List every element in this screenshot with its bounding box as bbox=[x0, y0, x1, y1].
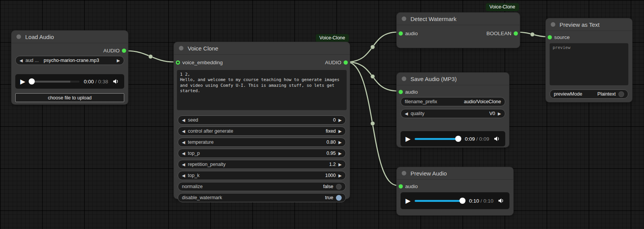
seek-slider[interactable] bbox=[29, 81, 79, 83]
input-label: audio bbox=[405, 31, 418, 36]
node-graph-canvas[interactable]: Voice-Clone Voice-Clone Load Audio AUDIO… bbox=[0, 0, 644, 229]
volume-icon[interactable] bbox=[498, 197, 504, 204]
increment-icon[interactable] bbox=[339, 174, 342, 178]
input-row-source: source bbox=[546, 32, 632, 42]
preview-textarea[interactable]: preview bbox=[550, 43, 628, 85]
output-label: BOOLEAN bbox=[487, 31, 511, 36]
node-title: Load Audio bbox=[25, 34, 54, 40]
collapse-dot-icon[interactable] bbox=[179, 46, 183, 50]
decrement-icon[interactable] bbox=[405, 112, 408, 116]
play-button-icon[interactable] bbox=[406, 136, 410, 142]
widget-repetition-penalty[interactable]: repetition_penalty 1.2 bbox=[178, 160, 346, 169]
input-port-source[interactable] bbox=[548, 35, 552, 39]
link-midpoint-dot bbox=[149, 55, 153, 59]
increment-icon[interactable] bbox=[339, 162, 342, 167]
input-label: source bbox=[554, 34, 570, 40]
increment-icon[interactable] bbox=[339, 140, 342, 145]
increment-icon[interactable] bbox=[339, 118, 342, 122]
link-detectwatermark-previewtext bbox=[517, 32, 547, 37]
node-title: Voice Clone bbox=[188, 45, 218, 52]
node-title-bar: Save Audio (MP3) bbox=[397, 73, 509, 85]
input-row-audio: audio bbox=[397, 182, 513, 191]
widget-seed[interactable]: seed 0 bbox=[178, 115, 346, 125]
input-port-audio[interactable] bbox=[399, 31, 403, 36]
audio-player: 0:00 / 0:38 bbox=[15, 74, 124, 89]
toggle-on-icon[interactable] bbox=[336, 195, 342, 201]
node-title-bar: Load Audio bbox=[11, 31, 128, 43]
collapse-dot-icon[interactable] bbox=[402, 16, 406, 21]
choose-file-button[interactable]: choose file to upload bbox=[15, 93, 124, 102]
prev-value-icon[interactable] bbox=[19, 58, 23, 63]
node-load-audio[interactable]: Load Audio AUDIO aud ... psycho-marion-c… bbox=[11, 31, 128, 104]
decrement-icon[interactable] bbox=[182, 129, 185, 133]
seek-slider[interactable] bbox=[415, 200, 465, 202]
link-loadaudio-voiceclone bbox=[127, 51, 174, 62]
audio-player: 0:10 / 0:10 bbox=[401, 192, 509, 209]
increment-icon[interactable] bbox=[339, 129, 342, 133]
widget-control-after-generate[interactable]: control after generate fixed bbox=[178, 127, 346, 136]
node-preview-audio[interactable]: Preview Audio audio 0:10 / 0:10 bbox=[397, 167, 513, 215]
decrement-icon[interactable] bbox=[182, 162, 185, 167]
seek-knob[interactable] bbox=[29, 78, 35, 84]
node-save-audio[interactable]: Save Audio (MP3) audio filename_prefix a… bbox=[397, 73, 509, 147]
text-input[interactable]: 1 2, Hello, and welcome to my course tea… bbox=[177, 70, 347, 110]
increment-icon[interactable] bbox=[339, 151, 342, 156]
node-title-bar: Preview Audio bbox=[397, 167, 513, 180]
node-title-bar: Detect Watermark bbox=[397, 13, 520, 25]
io-row: voice_embedding AUDIO bbox=[174, 58, 350, 67]
link-midpoint-dot bbox=[371, 45, 375, 49]
node-preview-as-text[interactable]: Preview as Text source preview previewMo… bbox=[546, 18, 632, 102]
input-label: voice_embedding bbox=[182, 60, 223, 65]
link-voiceclone-saveaudio bbox=[347, 62, 397, 91]
input-port-audio[interactable] bbox=[399, 90, 403, 94]
widget-disable-watermark[interactable]: disable_watermark true bbox=[178, 193, 346, 202]
input-row-audio: audio bbox=[397, 87, 509, 96]
play-button-icon[interactable] bbox=[20, 78, 25, 85]
link-midpoint-dot bbox=[530, 32, 535, 37]
next-value-icon[interactable] bbox=[117, 58, 120, 63]
seek-slider[interactable] bbox=[415, 138, 461, 140]
input-port-audio[interactable] bbox=[399, 184, 403, 188]
widget-top-k[interactable]: top_k 1000 bbox=[178, 171, 346, 180]
decrement-icon[interactable] bbox=[182, 118, 185, 122]
widget-temperature[interactable]: temperature 0.80 bbox=[178, 138, 346, 147]
audio-file-combo[interactable]: aud ... psycho-marion-crane.mp3 bbox=[15, 56, 124, 65]
increment-icon[interactable] bbox=[498, 112, 501, 116]
toggle-off-icon[interactable] bbox=[336, 184, 342, 190]
output-label: AUDIO bbox=[325, 60, 341, 65]
toggle-off-icon[interactable] bbox=[618, 91, 624, 97]
combo-label: aud ... bbox=[25, 58, 39, 63]
decrement-icon[interactable] bbox=[182, 140, 185, 145]
seek-knob[interactable] bbox=[455, 136, 461, 142]
link-voiceclone-detectwatermark bbox=[347, 32, 397, 62]
volume-icon[interactable] bbox=[112, 78, 119, 85]
input-label: audio bbox=[405, 89, 418, 95]
widget-preview-mode[interactable]: previewMode Plaintext bbox=[550, 89, 628, 99]
time-display: 0:09 / 0:09 bbox=[465, 136, 489, 142]
node-voice-clone[interactable]: Voice Clone voice_embedding AUDIO 1 2, H… bbox=[174, 42, 350, 199]
output-port-boolean[interactable] bbox=[514, 31, 518, 36]
input-label: audio bbox=[405, 184, 418, 189]
output-port-audio[interactable] bbox=[122, 49, 126, 53]
widget-top-p[interactable]: top_p 0.95 bbox=[178, 149, 346, 158]
collapse-dot-icon[interactable] bbox=[551, 22, 555, 27]
node-detect-watermark[interactable]: Detect Watermark audio BOOLEAN bbox=[397, 13, 520, 48]
play-button-icon[interactable] bbox=[406, 198, 410, 204]
collapse-dot-icon[interactable] bbox=[16, 34, 21, 39]
widget-quality[interactable]: quality V0 bbox=[401, 109, 505, 118]
widget-filename-prefix[interactable]: filename_prefix audio/VoiceClone bbox=[401, 97, 505, 106]
collapse-dot-icon[interactable] bbox=[402, 76, 406, 81]
input-port-voice-embedding[interactable] bbox=[176, 60, 180, 65]
widget-normalize[interactable]: normalize false bbox=[178, 182, 346, 191]
volume-icon[interactable] bbox=[493, 135, 500, 142]
collapse-dot-icon[interactable] bbox=[402, 171, 406, 175]
node-title: Preview as Text bbox=[560, 21, 600, 28]
seek-knob[interactable] bbox=[459, 198, 466, 204]
decrement-icon[interactable] bbox=[182, 151, 185, 156]
time-display: 0:00 / 0:38 bbox=[84, 79, 108, 84]
node-title-bar: Voice Clone bbox=[174, 42, 350, 55]
decrement-icon[interactable] bbox=[182, 174, 185, 178]
link-midpoint-dot bbox=[371, 75, 375, 79]
output-port-audio[interactable] bbox=[344, 60, 348, 65]
node-title-bar: Preview as Text bbox=[546, 18, 632, 31]
